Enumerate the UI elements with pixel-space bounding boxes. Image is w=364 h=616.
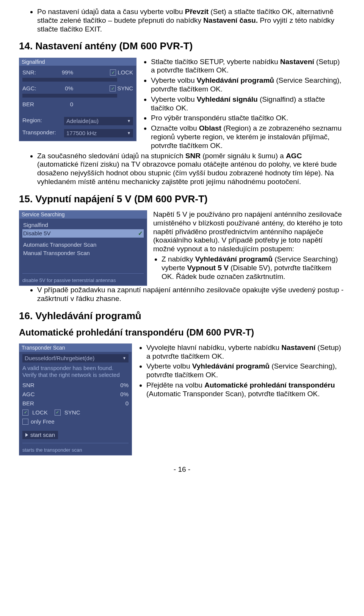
transponder-dropdown[interactable]: 177500 kHz ▼: [64, 129, 133, 137]
screenshot-service-searching: Service Searching Signalfind Disable 5V …: [19, 210, 147, 286]
ber-value: 0: [52, 101, 75, 108]
section15-intro-text: Napětí 5 V je používáno pro napájení ant…: [153, 210, 345, 254]
section14-side-bullets: Stlačte tlačítko SETUP, vyberte nabídku …: [143, 58, 345, 150]
agc-label: AGC: [22, 391, 41, 398]
list-item: Pro výběr transpondéru stlačte tlačítko …: [151, 114, 345, 123]
list-item: Vyberte volbu Vyhledávání programů (Serv…: [146, 362, 345, 380]
agc-bar: [22, 94, 117, 98]
lock-check-icon: ✓: [110, 69, 116, 76]
menu-item-disable5v[interactable]: Disable 5V ✓: [22, 229, 144, 238]
transponder-scan-title: Transponder Scan: [19, 344, 132, 352]
sync-check-icon: ✓: [55, 410, 61, 416]
lock-check-icon: ✓: [22, 410, 28, 416]
region-label: Region:: [22, 117, 64, 124]
menu-item-signalfind[interactable]: Signalfind: [22, 221, 144, 229]
snr-label: SNR:: [22, 69, 52, 76]
lock-label: LOCK: [118, 69, 133, 76]
list-item: Vyberte volbu Vyhledávání programů (Serv…: [151, 76, 345, 94]
region-dropdown[interactable]: Adelaide(au) ▼: [64, 117, 133, 125]
heading-16: 16. Vyhledávání programů: [19, 310, 345, 322]
transponder-label: Transponder:: [22, 129, 64, 136]
menu-item-manual-scan[interactable]: Manual Transponder Scan: [22, 249, 144, 257]
heading-15: 15. Vypnutí napájení 5 V (DM 600 PVR-T): [19, 193, 345, 205]
snr-label: SNR: [22, 382, 41, 389]
snr-bar: [22, 78, 117, 82]
intro-bullets: Po nastavení údajů data a času vyberte v…: [19, 8, 345, 33]
start-scan-button[interactable]: start scan: [22, 431, 58, 439]
ber-label: BER: [22, 400, 41, 407]
sync-label: SYNC: [117, 85, 133, 92]
service-searching-hint: disable 5V for passive terrerstrial ante…: [22, 273, 144, 284]
list-item: Označte volbu Oblast (Region) a ze zobra…: [151, 124, 345, 150]
region-value: Adelaide(au): [66, 118, 99, 124]
sync-label: SYNC: [64, 409, 80, 416]
agc-label: AGC:: [22, 85, 52, 92]
service-searching-title: Service Searching: [19, 211, 147, 219]
scan-message: A valid transponder has been found. Veri…: [22, 362, 129, 381]
list-item: Vyvolejte hlavní nabídku, vyberte nabídk…: [146, 343, 345, 361]
start-scan-label: start scan: [30, 432, 55, 438]
agc-value: 0%: [120, 391, 129, 398]
onlyfree-label: only Free: [31, 418, 55, 425]
section14-full-bullets: Za současného sledování údajů na stupnic…: [19, 152, 345, 186]
check-icon: ✓: [138, 230, 143, 237]
agc-value: 0%: [52, 85, 75, 92]
list-item: Z nabídky Vyhledávání programů (Service …: [162, 255, 345, 281]
ber-label: BER: [22, 101, 52, 108]
snr-value: 0%: [120, 382, 129, 389]
sync-check-icon: ✓: [110, 85, 116, 91]
scan-region-value: Duesseldorf/Ruhrgebiet(de): [25, 355, 94, 362]
signalfind-title: Signalfind: [19, 58, 136, 66]
ber-value: 0: [126, 400, 129, 407]
list-item: Přejděte na volbu Automatické prohledání…: [146, 381, 345, 399]
page-number: - 16 -: [19, 465, 345, 474]
screenshot-signalfind: Signalfind SNR: 99% ✓LOCK AGC: 0% ✓SYNC …: [19, 58, 136, 142]
list-item: Stlačte tlačítko SETUP, vyberte nabídku …: [151, 58, 345, 75]
snr-value: 99%: [52, 69, 75, 76]
scan-region-dropdown[interactable]: Duesseldorf/Ruhrgebiet(de) ▼: [22, 354, 129, 362]
screenshot-transponder-scan: Transponder Scan Duesseldorf/Ruhrgebiet(…: [19, 343, 132, 455]
section15-sub-bullets: Z nabídky Vyhledávání programů (Service …: [153, 255, 345, 281]
transponder-scan-hint: starts the transponder scan: [22, 443, 129, 453]
list-item: Za současného sledování údajů na stupnic…: [37, 152, 345, 186]
chevron-down-icon: ▼: [127, 131, 131, 135]
chevron-down-icon: ▼: [122, 356, 126, 361]
play-icon: [25, 433, 28, 437]
menu-item-auto-scan[interactable]: Automatic Transponder Scan: [22, 241, 144, 249]
section16-side-bullets: Vyvolejte hlavní nabídku, vyberte nabídk…: [138, 343, 345, 399]
heading-14: 14. Nastavení antény (DM 600 PVR-T): [19, 40, 345, 52]
heading-16-sub: Automatické prohledání transpondéru (DM …: [19, 327, 345, 338]
onlyfree-check-icon[interactable]: [22, 419, 28, 425]
list-item: Vyberte volbu Vyhledání signálu (Signalf…: [151, 95, 345, 113]
transponder-value: 177500 kHz: [66, 130, 97, 137]
lock-label: LOCK: [32, 409, 48, 416]
section15-full-bullets: V případě požadavku na zapnutí napájení …: [19, 286, 345, 303]
list-item: V případě požadavku na zapnutí napájení …: [37, 286, 345, 303]
intro-bullet: Po nastavení údajů data a času vyberte v…: [37, 8, 345, 33]
chevron-down-icon: ▼: [127, 119, 131, 123]
